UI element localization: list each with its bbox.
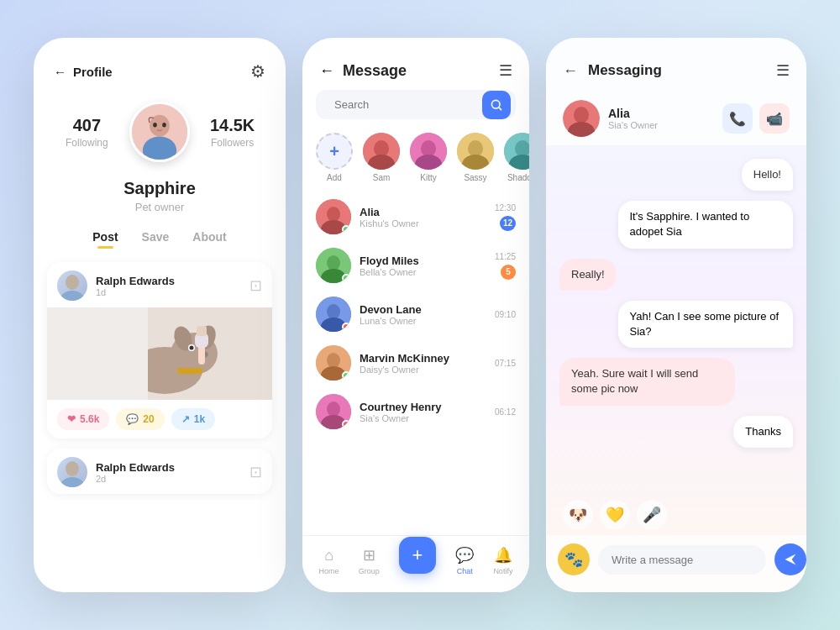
message-input[interactable]: [598, 545, 766, 575]
tab-post[interactable]: Post: [92, 230, 118, 249]
tab-about[interactable]: About: [192, 230, 226, 249]
story-shadow[interactable]: Shadow: [504, 133, 529, 182]
notify-icon: 🔔: [494, 546, 512, 564]
nav-notify[interactable]: 🔔 Notify: [493, 546, 512, 575]
svg-point-39: [327, 255, 340, 270]
offline-indicator: [342, 420, 350, 428]
message-header: ← Message ☰: [302, 38, 529, 90]
nav-home-label: Home: [319, 567, 339, 575]
svg-point-21: [60, 477, 84, 487]
search-button[interactable]: [482, 91, 511, 119]
chat-sub-alia: Kishu's Owner: [360, 218, 486, 228]
post-item: Ralph Edwards 1d ⊡: [47, 262, 272, 438]
avatar[interactable]: [129, 102, 190, 162]
chat-name-courtney: Courtney Henry: [360, 401, 486, 413]
send-button[interactable]: [774, 543, 806, 575]
post-actions: ❤ 5.6k 💬 20 ↗ 1k: [47, 400, 272, 438]
back-arrow-icon-msg[interactable]: ←: [319, 62, 334, 80]
message-bubble-2: It's Sapphire. I wanted to adopet Sia: [618, 201, 794, 248]
chat-item-courtney[interactable]: Courtney Henry Sia's Owner 06:12: [309, 387, 522, 436]
home-icon: ⌂: [324, 547, 333, 564]
comment-action[interactable]: 💬 20: [116, 408, 164, 430]
filter-icon[interactable]: ☰: [499, 61, 512, 80]
heart-icon: ❤: [67, 413, 76, 425]
chat-info-marvin: Marvin McKinney Daisy's Owner: [360, 352, 486, 375]
love-action[interactable]: ❤ 5.6k: [57, 408, 109, 430]
chat-header: ← Messaging ☰: [546, 38, 806, 92]
post-username: Ralph Edwards: [96, 275, 175, 287]
chat-user-row: Alia Sia's Owner 📞 📹: [546, 92, 806, 145]
chat-item-floyd[interactable]: Floyd Miles Bella's Owner 11:25 5: [309, 241, 522, 290]
post-avatar-2: [57, 457, 87, 487]
nav-add-button[interactable]: +: [399, 537, 436, 574]
story-kitty[interactable]: Kitty: [410, 133, 447, 182]
emoji-chip-mic[interactable]: 🎤: [637, 500, 667, 530]
profile-username: Sapphire: [54, 179, 265, 198]
chat-avatar-courtney: [316, 394, 351, 429]
chat-item-devon[interactable]: Devon Lane Luna's Owner 09:10: [309, 290, 522, 339]
story-add[interactable]: + Add: [316, 133, 353, 182]
chat-user-left: Alia Sia's Owner: [563, 100, 658, 137]
following-stat: 407 Following: [54, 116, 120, 149]
emoji-chip-dog[interactable]: 🐶: [563, 500, 593, 530]
post-user: Ralph Edwards 1d: [57, 270, 175, 301]
chat-meta-marvin: 07:15: [495, 359, 516, 368]
bookmark-icon-2[interactable]: ⊡: [249, 463, 262, 481]
nav-chat[interactable]: 💬 Chat: [455, 546, 474, 575]
chat-time-alia: 12:30: [495, 203, 516, 213]
message-bubble-4: Yah! Can I see some picture of Sia?: [618, 301, 794, 348]
video-call-button[interactable]: 📹: [759, 103, 790, 134]
emoji-button[interactable]: 🐾: [558, 543, 590, 575]
menu-icon-chat[interactable]: ☰: [776, 61, 790, 80]
bookmark-icon[interactable]: ⊡: [249, 276, 262, 295]
emoji-chip-heart[interactable]: 💛: [600, 500, 630, 530]
story-sassy[interactable]: Sassy: [457, 133, 494, 182]
chat-user-avatar: [563, 100, 600, 137]
nav-chat-label: Chat: [457, 567, 473, 575]
chat-avatar-alia: [316, 199, 351, 234]
phone-call-button[interactable]: 📞: [722, 103, 753, 134]
chat-meta-devon: 09:10: [495, 310, 516, 319]
chat-user-info: Alia Sia's Owner: [608, 107, 658, 130]
message-bubble-5: Yeah. Sure wait I will send some pic now: [559, 358, 735, 405]
share-count: 1k: [194, 413, 205, 425]
settings-icon[interactable]: ⚙: [250, 61, 265, 81]
post-user-2: Ralph Edwards 2d: [57, 457, 175, 487]
svg-point-22: [491, 100, 500, 108]
back-arrow-icon-chat[interactable]: ←: [563, 62, 578, 80]
chat-meta-floyd: 11:25 5: [495, 252, 516, 280]
share-action[interactable]: ↗ 1k: [171, 408, 215, 430]
svg-rect-15: [177, 368, 202, 374]
chat-input-area: 🐾: [546, 535, 806, 592]
chat-avatar-marvin: [316, 345, 351, 381]
profile-avatar-wrap: [120, 102, 200, 162]
svg-point-20: [66, 461, 79, 476]
search-input[interactable]: [328, 90, 482, 119]
chat-item-marvin[interactable]: Marvin McKinney Daisy's Owner 07:15: [309, 339, 522, 387]
svg-point-48: [327, 402, 340, 417]
svg-point-14: [190, 346, 194, 350]
svg-rect-19: [47, 307, 148, 400]
story-sam[interactable]: Sam: [363, 133, 400, 182]
chat-item-alia[interactable]: Alia Kishu's Owner 12:30 12: [309, 192, 522, 241]
chat-time-devon: 09:10: [495, 310, 516, 319]
chat-info-floyd: Floyd Miles Bella's Owner: [360, 255, 486, 277]
svg-point-42: [327, 304, 340, 319]
back-button[interactable]: ← Profile: [54, 65, 113, 79]
story-add-label: Add: [327, 173, 342, 182]
nav-home[interactable]: ⌂ Home: [319, 547, 339, 575]
post-image: [47, 307, 272, 400]
followers-stat: 14.5K Followers: [199, 116, 265, 149]
nav-group[interactable]: ⊞ Group: [359, 546, 380, 575]
messaging-screen: ← Messaging ☰ Alia Sia's Owner 📞 📹 Hello…: [546, 38, 806, 592]
tab-save[interactable]: Save: [142, 230, 170, 249]
emoji-quick-row: 🐶 💛 🎤: [546, 495, 806, 535]
svg-point-4: [162, 123, 166, 128]
chat-avatar-devon: [316, 297, 351, 332]
chat-info-devon: Devon Lane Luna's Owner: [360, 303, 486, 326]
svg-point-3: [153, 123, 157, 128]
post-header: Ralph Edwards 1d ⊡: [47, 262, 272, 307]
profile-title: Profile: [73, 65, 113, 79]
chat-avatar-floyd: [316, 248, 351, 283]
post-user-info: Ralph Edwards 1d: [96, 275, 175, 297]
